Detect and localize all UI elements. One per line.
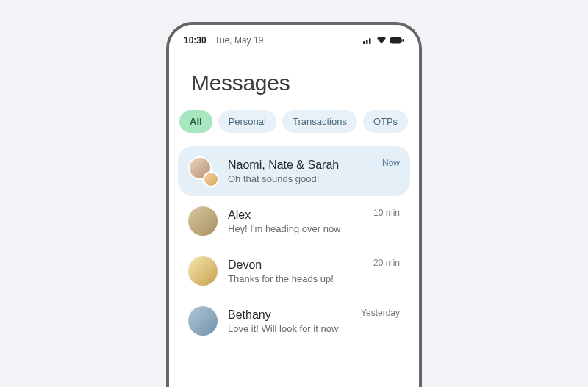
- conversation-preview: Hey! I'm heading over now: [228, 223, 363, 234]
- conversation-item[interactable]: Devon Thanks for the heads up! 20 min: [178, 246, 410, 296]
- tab-personal[interactable]: Personal: [218, 110, 276, 133]
- conversation-item[interactable]: Alex Hey! I'm heading over now 10 min: [178, 196, 410, 246]
- conversation-body: Naomi, Nate & Sarah Oh that sounds good!: [228, 159, 372, 184]
- svg-rect-2: [369, 38, 371, 44]
- avatar: [188, 306, 218, 336]
- conversation-preview: Thanks for the heads up!: [228, 273, 363, 284]
- page-title: Messages: [169, 51, 419, 110]
- status-right: [363, 37, 404, 44]
- svg-rect-4: [403, 39, 404, 42]
- battery-icon: [390, 37, 404, 44]
- screen: 10:30 Tue, May 19 Messages All Personal …: [169, 25, 419, 387]
- conversation-name: Naomi, Nate & Sarah: [228, 159, 372, 172]
- conversation-preview: Oh that sounds good!: [228, 173, 372, 184]
- svg-rect-0: [363, 41, 365, 44]
- status-time: 10:30: [184, 35, 207, 46]
- conversation-body: Devon Thanks for the heads up!: [228, 258, 363, 284]
- conversation-time: 20 min: [373, 258, 400, 268]
- conversation-item[interactable]: Naomi, Nate & Sarah Oh that sounds good!…: [178, 146, 410, 196]
- avatar: [188, 256, 218, 286]
- cellular-icon: [363, 37, 373, 44]
- conversation-preview: Love it! Will look for it now: [228, 323, 351, 334]
- avatar-group: [188, 156, 218, 186]
- status-bar: 10:30 Tue, May 19: [169, 25, 419, 51]
- svg-rect-3: [390, 37, 402, 44]
- conversation-item[interactable]: Bethany Love it! Will look for it now Ye…: [178, 296, 410, 346]
- tab-transactions[interactable]: Transactions: [282, 110, 357, 133]
- conversation-time: Now: [382, 158, 400, 168]
- status-date: Tue, May 19: [215, 35, 263, 46]
- avatar-wrap: [188, 206, 218, 236]
- tabs: All Personal Transactions OTPs: [169, 110, 419, 146]
- tab-otps[interactable]: OTPs: [363, 110, 408, 133]
- wifi-icon: [376, 37, 387, 44]
- conversation-body: Bethany Love it! Will look for it now: [228, 308, 351, 334]
- avatar-wrap: [188, 306, 218, 336]
- tab-all[interactable]: All: [179, 110, 212, 133]
- conversation-name: Bethany: [228, 308, 351, 322]
- conversation-name: Alex: [228, 209, 363, 222]
- conversation-list: Naomi, Nate & Sarah Oh that sounds good!…: [169, 146, 419, 346]
- conversation-time: Yesterday: [361, 308, 400, 318]
- avatar-wrap: [188, 256, 218, 286]
- conversation-body: Alex Hey! I'm heading over now: [228, 209, 363, 234]
- conversation-time: 10 min: [373, 208, 400, 218]
- conversation-name: Devon: [228, 258, 363, 272]
- phone-frame: 10:30 Tue, May 19 Messages All Personal …: [166, 22, 422, 387]
- svg-rect-1: [366, 40, 368, 44]
- avatar: [188, 206, 218, 236]
- status-left: 10:30 Tue, May 19: [184, 35, 263, 46]
- avatar: [203, 171, 219, 187]
